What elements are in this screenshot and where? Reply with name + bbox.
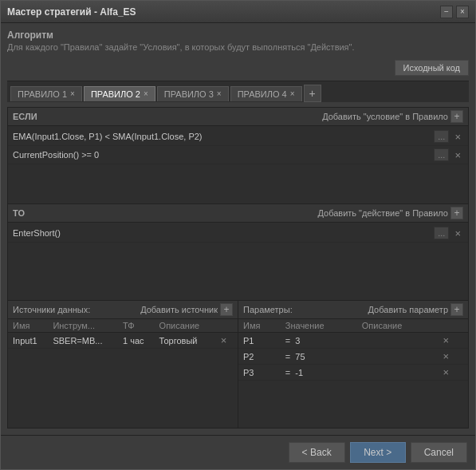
algorithm-description: Для каждого "Правила" задайте "Условия",… bbox=[7, 42, 469, 52]
action-text-1: EnterShort() bbox=[13, 228, 431, 238]
condition-2-ellipsis-button[interactable]: ... bbox=[434, 148, 449, 161]
tab-rule-3-close[interactable]: × bbox=[217, 89, 222, 98]
source-row-1-instrument: SBER=MB... bbox=[48, 333, 118, 349]
if-section: ЕСЛИ Добавить "условие" в Правило + EMA(… bbox=[8, 108, 468, 204]
condition-list: EMA(Input1.Close, P1) < SMA(Input1.Close… bbox=[8, 126, 468, 203]
add-action-label: Добавить "действие" в Правило bbox=[317, 208, 448, 218]
params-col-description: Описание bbox=[357, 319, 436, 333]
back-button[interactable]: < Back bbox=[289, 442, 345, 463]
params-panel-header: Параметры: Добавить параметр + bbox=[238, 301, 468, 319]
algorithm-section: Алгоритм Для каждого "Правила" задайте "… bbox=[7, 30, 469, 52]
add-source-label: Добавить источник bbox=[140, 305, 218, 314]
cancel-button[interactable]: Cancel bbox=[411, 442, 467, 463]
add-action-btn[interactable]: Добавить "действие" в Правило + bbox=[317, 207, 463, 219]
param-p3-name: P3 bbox=[238, 365, 281, 381]
condition-row-1: EMA(Input1.Close, P1) < SMA(Input1.Close… bbox=[8, 128, 468, 146]
tabs-row: ПРАВИЛО 1 × ПРАВИЛО 2 × ПРАВИЛО 3 × ПРАВ… bbox=[7, 81, 469, 102]
condition-row-2: CurrentPosition() >= 0 ... × bbox=[8, 146, 468, 164]
param-row-p2: P2 = 75 × bbox=[238, 349, 468, 365]
param-row-p3: P3 = -1 × bbox=[238, 365, 468, 381]
add-action-plus-icon[interactable]: + bbox=[450, 207, 463, 219]
action-1-delete-button[interactable]: × bbox=[452, 227, 463, 239]
close-button[interactable]: × bbox=[456, 6, 469, 18]
params-table-container: Имя Значение Описание P1 bbox=[238, 319, 468, 428]
param-p3-delete[interactable]: × bbox=[436, 365, 468, 381]
add-condition-plus-icon[interactable]: + bbox=[450, 110, 463, 123]
title-bar: Мастер стратегий - Alfa_ES − × bbox=[1, 1, 475, 23]
source-row-1-delete-button[interactable]: × bbox=[218, 334, 230, 346]
action-list: EnterShort() ... × bbox=[8, 223, 468, 300]
source-row-1-name: Input1 bbox=[8, 333, 48, 349]
param-p2-value: = 75 bbox=[281, 349, 357, 365]
params-col-name: Имя bbox=[238, 319, 281, 333]
params-table: Имя Значение Описание P1 bbox=[238, 319, 468, 381]
minimize-button[interactable]: − bbox=[440, 6, 453, 18]
source-code-button[interactable]: Исходный код bbox=[395, 60, 470, 76]
tab-rule-1-close[interactable]: × bbox=[70, 89, 75, 98]
tab-rule-4-label: ПРАВИЛО 4 bbox=[238, 89, 287, 99]
content-area: Алгоритм Для каждого "Правила" задайте "… bbox=[1, 23, 475, 435]
bottom-panels: Источники данных: Добавить источник + Им… bbox=[8, 300, 468, 428]
sources-panel: Источники данных: Добавить источник + Им… bbox=[8, 301, 238, 428]
add-condition-label: Добавить "условие" в Правило bbox=[322, 112, 448, 121]
param-p2-name: P2 bbox=[238, 349, 281, 365]
param-p1-desc bbox=[357, 333, 436, 349]
tab-rule-1[interactable]: ПРАВИЛО 1 × bbox=[10, 86, 82, 101]
sources-panel-title: Источники данных: bbox=[13, 305, 90, 314]
tab-rule-3-label: ПРАВИЛО 3 bbox=[164, 89, 214, 99]
source-row-1: Input1 SBER=MB... 1 час Торговый × bbox=[8, 333, 238, 349]
condition-1-delete-button[interactable]: × bbox=[452, 131, 463, 143]
params-col-actions bbox=[436, 319, 468, 333]
tab-rule-2[interactable]: ПРАВИЛО 2 × bbox=[84, 86, 155, 101]
params-col-value: Значение bbox=[281, 319, 357, 333]
param-p1-delete[interactable]: × bbox=[436, 333, 468, 349]
add-source-btn[interactable]: Добавить источник + bbox=[140, 303, 233, 316]
sources-panel-header: Источники данных: Добавить источник + bbox=[8, 301, 238, 319]
param-p1-name: P1 bbox=[238, 333, 281, 349]
params-panel: Параметры: Добавить параметр + Имя Значе… bbox=[238, 301, 468, 428]
source-code-row: Исходный код bbox=[7, 60, 469, 76]
param-row-p1: P1 = 3 × bbox=[238, 333, 468, 349]
add-condition-btn[interactable]: Добавить "условие" в Правило + bbox=[322, 110, 463, 123]
param-p3-value: = -1 bbox=[281, 365, 357, 381]
param-p2-desc bbox=[357, 349, 436, 365]
footer: < Back Next > Cancel bbox=[1, 435, 475, 469]
then-section: ТО Добавить "действие" в Правило + Enter… bbox=[8, 204, 468, 300]
add-param-label: Добавить параметр bbox=[368, 305, 448, 314]
if-section-header: ЕСЛИ Добавить "условие" в Правило + bbox=[8, 108, 468, 126]
add-param-btn[interactable]: Добавить параметр + bbox=[368, 303, 463, 316]
main-area: ЕСЛИ Добавить "условие" в Правило + EMA(… bbox=[7, 107, 469, 429]
add-source-plus-icon[interactable]: + bbox=[220, 303, 233, 316]
source-row-1-delete[interactable]: × bbox=[214, 333, 238, 349]
add-param-plus-icon[interactable]: + bbox=[450, 303, 463, 316]
param-p3-desc bbox=[357, 365, 436, 381]
condition-text-2: CurrentPosition() >= 0 bbox=[13, 150, 431, 160]
tab-rule-2-close[interactable]: × bbox=[144, 89, 148, 98]
tab-rule-4-close[interactable]: × bbox=[290, 89, 295, 98]
params-table-header-row: Имя Значение Описание bbox=[238, 319, 468, 333]
add-tab-button[interactable]: + bbox=[304, 85, 321, 102]
param-p1-value: = 3 bbox=[281, 333, 357, 349]
condition-1-ellipsis-button[interactable]: ... bbox=[434, 130, 449, 143]
tab-rule-3[interactable]: ПРАВИЛО 3 × bbox=[157, 86, 229, 101]
tab-rule-4[interactable]: ПРАВИЛО 4 × bbox=[230, 86, 302, 101]
sources-table: Имя Инструм... ТФ Описание Input1 bbox=[8, 319, 238, 349]
then-section-title: ТО bbox=[13, 208, 25, 218]
tab-rule-2-label: ПРАВИЛО 2 bbox=[91, 89, 140, 99]
param-p3-delete-button[interactable]: × bbox=[441, 366, 452, 378]
param-p2-delete-button[interactable]: × bbox=[441, 350, 452, 362]
sources-col-name: Имя bbox=[8, 319, 48, 333]
then-section-header: ТО Добавить "действие" в Правило + bbox=[8, 204, 468, 223]
param-p1-delete-button[interactable]: × bbox=[441, 334, 452, 346]
condition-2-delete-button[interactable]: × bbox=[452, 149, 463, 161]
params-panel-title: Параметры: bbox=[243, 305, 293, 314]
source-row-1-description: Торговый bbox=[155, 333, 214, 349]
sources-col-actions bbox=[214, 319, 238, 333]
next-button[interactable]: Next > bbox=[350, 442, 406, 463]
sources-col-description: Описание bbox=[155, 319, 214, 333]
sources-table-container: Имя Инструм... ТФ Описание Input1 bbox=[8, 319, 238, 428]
main-window: Мастер стратегий - Alfa_ES − × Алгоритм … bbox=[0, 0, 476, 470]
action-1-ellipsis-button[interactable]: ... bbox=[434, 227, 449, 239]
condition-text-1: EMA(Input1.Close, P1) < SMA(Input1.Close… bbox=[13, 132, 431, 141]
param-p2-delete[interactable]: × bbox=[436, 349, 468, 365]
